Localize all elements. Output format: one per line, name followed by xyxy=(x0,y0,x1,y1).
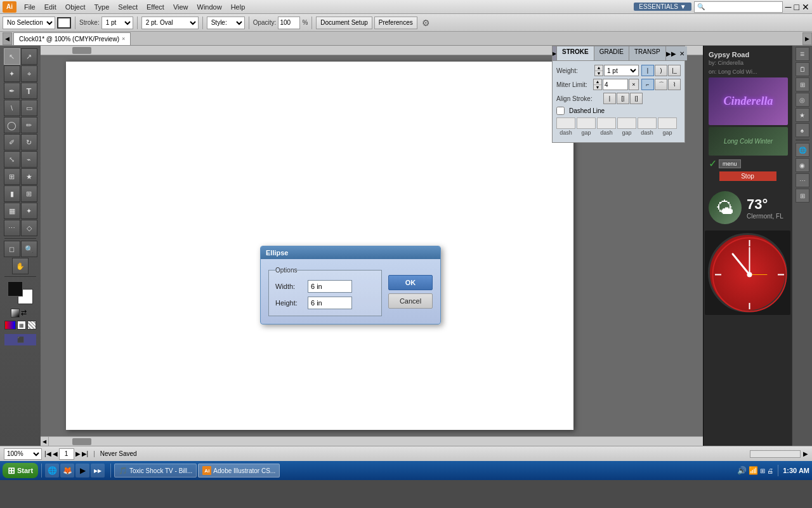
line-tool-btn[interactable]: \ xyxy=(4,100,20,116)
menu-object[interactable]: Object xyxy=(62,2,89,12)
miter-input[interactable] xyxy=(603,79,628,90)
scroll-left-btn[interactable]: ◀ xyxy=(41,437,49,446)
tab-collapse-btn[interactable]: ◀ xyxy=(3,32,12,45)
panel-icon-7[interactable]: 🌐 xyxy=(796,143,809,157)
menu-file[interactable]: File xyxy=(20,2,39,12)
stroke-dropdown[interactable]: 1 pt xyxy=(102,17,133,29)
gradient-tool-btn[interactable]: ▦ xyxy=(4,203,20,219)
panel-more-btn[interactable]: ▶▶ xyxy=(666,46,676,60)
fill-color-box[interactable] xyxy=(57,17,71,29)
tray-icon-4[interactable]: 🖨 xyxy=(767,467,773,474)
status-arrow-btn[interactable]: ▶ xyxy=(803,450,808,457)
eraser-tool-btn[interactable]: ◻ xyxy=(4,241,20,257)
panel-icon-5[interactable]: ★ xyxy=(796,108,809,122)
ie-btn[interactable]: 🌐 xyxy=(45,464,59,478)
tray-icon-3[interactable]: ⊞ xyxy=(760,467,765,474)
tray-icon-1[interactable]: 🔊 xyxy=(737,466,747,475)
none-btn[interactable] xyxy=(27,321,36,330)
panel-icon-4[interactable]: ◎ xyxy=(796,93,809,107)
gap-input-2[interactable] xyxy=(617,117,636,129)
blend-tool-btn[interactable]: ⋯ xyxy=(4,220,20,236)
style-dropdown[interactable]: Style: xyxy=(207,17,245,29)
lasso-tool-btn[interactable]: ⌖ xyxy=(21,65,37,82)
eyedropper-btn[interactable]: ✦ xyxy=(21,203,37,219)
gap-input-1[interactable] xyxy=(577,117,596,129)
menu-window[interactable]: Window xyxy=(193,2,226,12)
expand-quick-btn[interactable]: ▶▶ xyxy=(91,464,105,478)
document-tab[interactable]: Clock01* @ 100% (CMYK/Preview) × xyxy=(13,32,131,45)
stroke-color-indicator[interactable] xyxy=(8,281,23,297)
start-button[interactable]: ⊞ Start xyxy=(3,463,38,478)
scrollbar-h-bottom[interactable]: ◀ ▶ xyxy=(41,436,782,446)
panel-close-btn[interactable]: ✕ xyxy=(677,46,687,60)
cap-butt-btn[interactable]: | xyxy=(641,65,654,76)
panel-icon-9[interactable]: ⋯ xyxy=(796,173,809,187)
dashed-line-checkbox[interactable] xyxy=(556,107,565,115)
maximize-btn[interactable]: □ xyxy=(794,2,799,12)
gap-input-3[interactable] xyxy=(658,117,677,129)
align-inside-btn[interactable]: [| xyxy=(617,93,629,104)
minimize-btn[interactable]: ─ xyxy=(785,2,792,12)
close-btn[interactable]: ✕ xyxy=(802,2,809,12)
menu-type[interactable]: Type xyxy=(91,2,114,12)
miter-clear-btn[interactable]: × xyxy=(629,79,639,90)
document-setup-btn[interactable]: Document Setup xyxy=(316,17,372,29)
default-colors-btn[interactable] xyxy=(11,309,20,318)
tab-close-btn[interactable]: × xyxy=(122,36,125,42)
dash-input-1[interactable] xyxy=(556,117,575,129)
weight-up-btn[interactable]: ▲ xyxy=(595,65,603,71)
scrollbar-thumb-h2[interactable] xyxy=(72,438,91,445)
essentials-btn[interactable]: ESSENTIALS ▼ xyxy=(634,3,691,11)
rotate-tool-btn[interactable]: ↻ xyxy=(21,134,37,150)
miter-down-btn[interactable]: ▼ xyxy=(594,85,601,90)
scale-tool-btn[interactable]: ⤡ xyxy=(4,151,20,168)
cap-round-btn[interactable]: ) xyxy=(655,65,667,76)
next-page-btn[interactable]: ▶ xyxy=(75,450,81,457)
scrollbar-thumb-h[interactable] xyxy=(72,47,91,54)
swap-colors-btn[interactable]: ⇄ xyxy=(21,309,30,318)
join-round-btn[interactable]: ⌒ xyxy=(655,79,667,90)
align-center-btn[interactable]: | xyxy=(603,93,616,104)
stroke-tab[interactable]: STROKE xyxy=(557,46,594,60)
magic-wand-tool-btn[interactable]: ✦ xyxy=(4,65,20,82)
panel-icon-6[interactable]: ♠ xyxy=(796,123,809,137)
dialog-cancel-btn[interactable]: Cancel xyxy=(388,293,433,309)
miter-spinner[interactable]: ▲ ▼ xyxy=(593,79,602,90)
menu-label-music[interactable]: menu xyxy=(719,159,741,168)
menu-view[interactable]: View xyxy=(169,2,192,12)
miter-up-btn[interactable]: ▲ xyxy=(594,79,601,85)
firefox-btn[interactable]: 🦊 xyxy=(60,464,74,478)
free-transform-btn[interactable]: ⊞ xyxy=(4,168,20,185)
dash-input-2[interactable] xyxy=(597,117,616,129)
panel-icon-1[interactable]: ≡ xyxy=(796,47,809,61)
cap-square-btn[interactable]: |_ xyxy=(668,65,681,76)
menu-help[interactable]: Help xyxy=(227,2,249,12)
menu-select[interactable]: Select xyxy=(114,2,141,12)
type-tool-btn[interactable]: T xyxy=(21,83,37,99)
gradient-tab[interactable]: GRADIE xyxy=(594,46,629,60)
join-miter-btn[interactable]: ⌐ xyxy=(641,79,654,90)
selection-tool-btn[interactable]: ↖ xyxy=(4,48,20,65)
opacity-input[interactable] xyxy=(278,17,300,29)
hand-tool-btn[interactable]: ✋ xyxy=(12,258,29,274)
page-input[interactable] xyxy=(59,448,74,460)
mesh-tool-btn[interactable]: ⊞ xyxy=(21,185,37,202)
symbol-tool-btn[interactable]: ★ xyxy=(21,168,37,185)
transparency-tab[interactable]: TRANSP xyxy=(629,46,666,60)
last-page-btn[interactable]: ▶| xyxy=(82,450,89,457)
check-icon[interactable]: ✓ xyxy=(709,157,717,170)
color-btn[interactable] xyxy=(4,321,16,330)
pen-tool-btn[interactable]: ✒ xyxy=(4,83,20,99)
toolbar-arrow-icon[interactable]: ⚙ xyxy=(422,18,430,28)
dialog-height-input[interactable]: 6 in xyxy=(308,297,352,309)
ellipse-tool-btn[interactable]: ◯ xyxy=(4,117,20,133)
direct-select-tool-btn[interactable]: ↗ xyxy=(21,48,37,65)
rect-tool-btn[interactable]: ▭ xyxy=(21,100,37,116)
dialog-width-input[interactable]: 6 in xyxy=(308,280,352,293)
prev-page-btn[interactable]: ◀ xyxy=(53,450,58,457)
menu-effect[interactable]: Effect xyxy=(143,2,168,12)
tray-icon-2[interactable]: 📶 xyxy=(749,466,758,475)
zoom-select[interactable]: 100% xyxy=(4,448,42,460)
weight-spinner[interactable]: ▲ ▼ xyxy=(594,65,603,76)
brush-dropdown[interactable]: 2 pt. Oval xyxy=(141,17,199,29)
